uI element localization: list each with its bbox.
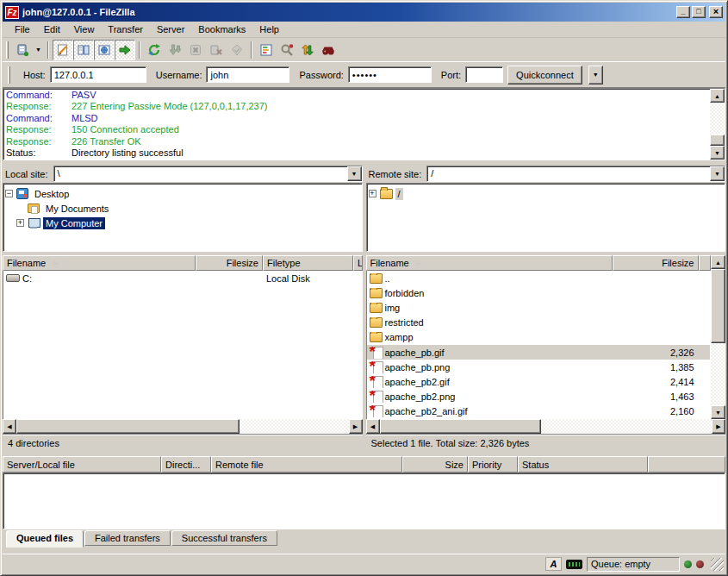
host-input[interactable] [50, 66, 146, 83]
remote-list-column: Filename △ Filesize .. [366, 255, 712, 419]
directory-filters-button[interactable] [256, 40, 277, 60]
menu-server[interactable]: Server [150, 22, 191, 36]
tree-item-root[interactable]: + / [369, 186, 724, 201]
scroll-down-icon[interactable]: ▼ [711, 405, 725, 419]
synchronized-browsing-button[interactable] [297, 40, 318, 60]
menu-view[interactable]: View [67, 22, 102, 36]
password-input[interactable] [348, 66, 432, 83]
local-file-list[interactable]: C: Local Disk [3, 271, 363, 419]
tree-item-desktop[interactable]: − Desktop [5, 186, 360, 201]
remote-file-row[interactable]: *apache_pb.png 1,385 [367, 360, 711, 374]
title-bar[interactable]: Fz john@127.0.0.1 - FileZilla _ □ × [3, 3, 725, 22]
tree-item-my-computer[interactable]: + My Computer [5, 216, 360, 230]
minimize-button[interactable]: _ [676, 6, 690, 18]
queue-list[interactable] [3, 473, 725, 529]
scroll-down-icon[interactable]: ▼ [710, 146, 725, 160]
scroll-up-icon[interactable]: ▲ [710, 89, 725, 103]
local-column-filesize[interactable]: Filesize [196, 255, 263, 271]
expand-icon[interactable]: + [369, 190, 376, 197]
scroll-left-icon[interactable]: ◀ [3, 419, 16, 434]
remote-vscroll-track[interactable] [711, 343, 725, 405]
queue-column-status[interactable]: Status [518, 456, 648, 473]
local-file-row[interactable]: C: Local Disk [3, 271, 362, 285]
scroll-up-icon[interactable]: ▲ [711, 255, 725, 269]
site-manager-dropdown[interactable]: ▼ [33, 41, 44, 59]
tab-failed-transfers[interactable]: Failed transfers [84, 530, 171, 546]
remote-column-filename[interactable]: Filename △ [366, 255, 613, 271]
menu-edit[interactable]: Edit [37, 22, 67, 36]
quickconnect-dropdown[interactable]: ▼ [588, 66, 603, 85]
resize-grip[interactable] [711, 558, 724, 571]
remote-file-row[interactable]: .. [367, 271, 711, 285]
reconnect-button[interactable] [227, 40, 247, 60]
toggle-local-tree-button[interactable] [73, 40, 94, 60]
log-scroll-track[interactable] [710, 103, 725, 135]
quickconnect-button[interactable]: Quickconnect [507, 66, 582, 85]
username-input[interactable] [206, 66, 289, 83]
tree-item-my-documents[interactable]: My Documents [5, 201, 360, 216]
remote-site-combo[interactable]: / ▼ [426, 166, 725, 182]
remote-horizontal-scrollbar[interactable]: ◀ ▶ [366, 419, 726, 434]
menu-help[interactable]: Help [252, 22, 286, 36]
queue-column-size[interactable]: Size [402, 456, 468, 473]
scroll-right-icon[interactable]: ▶ [712, 419, 725, 434]
directory-comparison-button[interactable] [277, 40, 297, 60]
port-input[interactable] [465, 66, 503, 83]
speed-limit-icon[interactable] [566, 560, 582, 569]
site-manager-button[interactable] [12, 40, 33, 60]
local-column-last-modified[interactable]: L [353, 255, 363, 271]
remote-vscroll-thumb[interactable] [711, 269, 725, 343]
my-documents-icon [28, 203, 40, 213]
remote-file-row[interactable]: img [367, 300, 711, 315]
remote-file-row[interactable]: *apache_pb2_ani.gif 2,160 [367, 404, 711, 419]
close-button[interactable]: × [709, 6, 723, 18]
cancel-operation-button[interactable] [185, 40, 206, 60]
remote-file-row[interactable]: *apache_pb2.png 1,463 [367, 390, 711, 404]
maximize-button[interactable]: □ [692, 6, 706, 18]
toggle-transfer-queue-button[interactable] [115, 40, 135, 60]
chevron-down-icon[interactable]: ▼ [347, 166, 362, 181]
remote-hscroll-track[interactable] [541, 419, 712, 434]
remote-file-row[interactable]: forbidden [367, 285, 711, 300]
collapse-icon[interactable]: − [5, 190, 13, 197]
toggle-message-log-button[interactable] [53, 40, 73, 60]
remote-file-row[interactable]: *apache_pb2.gif 2,414 [367, 374, 711, 389]
menu-transfer[interactable]: Transfer [101, 22, 150, 36]
tab-successful-transfers[interactable]: Successful transfers [171, 530, 277, 546]
scroll-right-icon[interactable]: ▶ [349, 419, 363, 434]
expand-icon[interactable]: + [16, 219, 24, 227]
queue-column-priority[interactable]: Priority [468, 456, 518, 473]
chevron-down-icon[interactable]: ▼ [710, 166, 725, 181]
local-column-filetype[interactable]: Filetype [263, 255, 353, 271]
log-scroll-thumb[interactable] [710, 135, 725, 146]
remote-file-list[interactable]: .. forbidden img restricted [366, 271, 712, 419]
remote-file-row-selected[interactable]: *apache_pb.gif 2,326 [367, 345, 711, 360]
queue-size-indicator: Queue: empty [587, 557, 680, 572]
log-scrollbar[interactable]: ▲ ▼ [710, 89, 725, 160]
remote-file-row[interactable]: xampp [367, 330, 711, 345]
refresh-button[interactable] [144, 40, 165, 60]
remote-file-row[interactable]: restricted [367, 316, 711, 330]
local-column-filename[interactable]: Filename △ [3, 255, 196, 271]
quickconnect-gripper[interactable] [8, 66, 10, 84]
local-site-combo[interactable]: \ ▼ [53, 166, 363, 182]
queue-column-server-local-file[interactable]: Server/Local file [3, 456, 161, 473]
menu-bookmarks[interactable]: Bookmarks [191, 22, 252, 36]
local-hscroll-track[interactable] [240, 419, 349, 434]
disconnect-button[interactable] [206, 40, 227, 60]
queue-column-direction[interactable]: Directi... [161, 456, 211, 473]
toolbar-gripper[interactable] [6, 41, 9, 59]
remote-hscroll-thumb[interactable] [380, 419, 542, 434]
toggle-remote-tree-button[interactable] [94, 40, 115, 60]
remote-column-filesize[interactable]: Filesize [613, 255, 699, 271]
scroll-left-icon[interactable]: ◀ [366, 419, 380, 434]
find-files-button[interactable] [318, 40, 339, 60]
menu-file[interactable]: File [8, 22, 37, 36]
local-horizontal-scrollbar[interactable]: ◀ ▶ [3, 419, 363, 434]
queue-column-remote-file[interactable]: Remote file [211, 456, 402, 473]
tab-queued-files[interactable]: Queued files [6, 530, 84, 548]
local-hscroll-thumb[interactable] [16, 419, 240, 434]
transfer-type-icon[interactable]: A [545, 557, 562, 571]
remote-vertical-scrollbar[interactable]: ▲ ▼ [711, 255, 725, 419]
process-queue-button[interactable] [165, 40, 185, 60]
